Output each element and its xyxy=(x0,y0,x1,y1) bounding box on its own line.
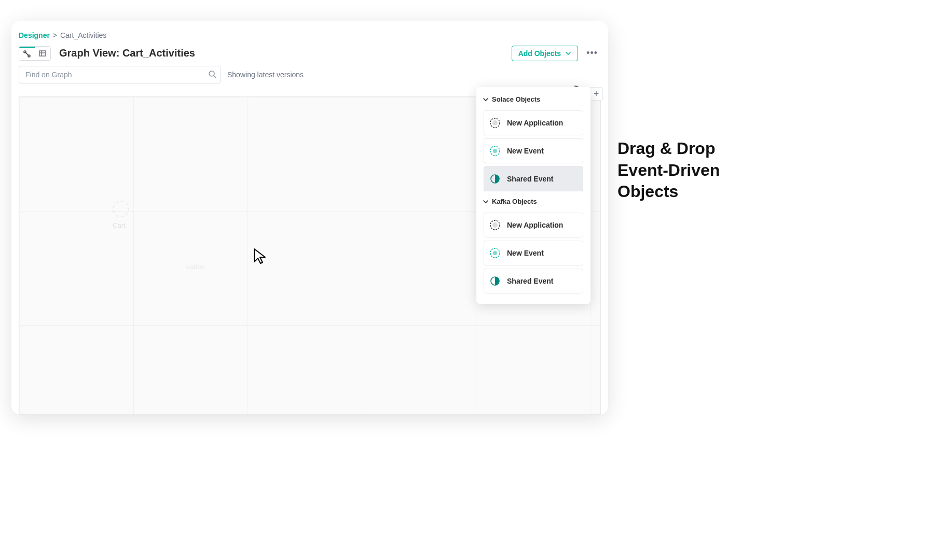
svg-point-1 xyxy=(28,55,30,57)
cursor-pointer-icon xyxy=(252,247,270,268)
svg-line-7 xyxy=(214,76,216,78)
graph-icon xyxy=(23,50,31,58)
application-icon xyxy=(489,219,501,231)
shared-event-icon xyxy=(489,275,501,287)
breadcrumb-current: Cart_Activities xyxy=(60,31,106,39)
group-header-solace[interactable]: Solace Objects xyxy=(480,92,586,107)
breadcrumb-root[interactable]: Designer xyxy=(19,31,50,39)
add-objects-button[interactable]: Add Objects xyxy=(512,46,578,61)
object-item-label: New Event xyxy=(507,147,544,155)
svg-line-2 xyxy=(26,53,29,55)
object-item-new-event[interactable]: New Event xyxy=(484,138,583,163)
object-item-label: New Application xyxy=(507,221,563,229)
svg-point-11 xyxy=(493,149,497,153)
svg-point-9 xyxy=(492,120,498,125)
showing-latest-text: Showing latest versions xyxy=(227,71,304,79)
event-icon xyxy=(489,247,501,259)
object-item-new-event[interactable]: New Event xyxy=(484,241,583,265)
page-title: Graph View: Cart_Activities xyxy=(59,47,195,59)
add-objects-dropdown: Solace Objects New Application New Event… xyxy=(476,87,590,304)
object-item-shared-event[interactable]: Shared Event xyxy=(484,166,583,191)
chevron-down-icon xyxy=(483,199,489,205)
breadcrumb: Designer > Cart_Activities xyxy=(11,21,608,43)
object-item-shared-event[interactable]: Shared Event xyxy=(484,269,583,293)
shared-event-icon xyxy=(489,173,501,185)
callout-line: Event-Driven xyxy=(617,160,720,181)
object-item-new-application[interactable]: New Application xyxy=(484,110,583,135)
app-window: Designer > Cart_Activities Graph View: C… xyxy=(11,21,608,415)
filter-row: Showing latest versions xyxy=(11,66,608,89)
application-icon xyxy=(489,117,501,129)
group-title: Solace Objects xyxy=(492,95,540,103)
svg-point-0 xyxy=(24,51,26,53)
callout-line: Drag & Drop xyxy=(617,138,720,160)
object-item-label: New Application xyxy=(507,119,563,127)
breadcrumb-separator: > xyxy=(53,31,57,39)
callout-text: Drag & Drop Event-Driven Objects xyxy=(617,138,720,203)
svg-rect-3 xyxy=(39,51,46,56)
svg-point-16 xyxy=(493,251,497,255)
table-view-toggle[interactable] xyxy=(35,47,50,60)
ghost-node-label: Cart_ xyxy=(113,221,129,229)
group-header-kafka[interactable]: Kafka Objects xyxy=(480,194,586,209)
object-item-label: Shared Event xyxy=(507,277,553,285)
group-title: Kafka Objects xyxy=(492,198,537,205)
search-icon xyxy=(208,69,217,81)
object-item-new-application[interactable]: New Application xyxy=(484,213,583,237)
search-wrap xyxy=(19,66,221,83)
ghost-node: Cart_ xyxy=(113,201,129,229)
more-menu-button[interactable]: ••• xyxy=(583,45,601,62)
chevron-down-icon xyxy=(565,50,571,57)
ghost-node-icon xyxy=(113,201,129,217)
view-toggle xyxy=(19,46,51,61)
object-item-label: New Event xyxy=(507,249,544,257)
ghost-text: ication xyxy=(185,263,205,271)
header-row: Graph View: Cart_Activities Add Objects … xyxy=(11,43,608,66)
object-item-label: Shared Event xyxy=(507,175,553,183)
search-input[interactable] xyxy=(19,66,221,83)
plus-icon: + xyxy=(594,89,599,100)
graph-view-toggle[interactable] xyxy=(19,47,35,60)
event-icon xyxy=(489,145,501,157)
ellipsis-icon: ••• xyxy=(586,48,598,58)
table-icon xyxy=(38,49,47,58)
chevron-down-icon xyxy=(483,96,489,103)
svg-point-14 xyxy=(492,222,498,228)
add-objects-label: Add Objects xyxy=(518,49,561,58)
callout-line: Objects xyxy=(617,181,720,203)
